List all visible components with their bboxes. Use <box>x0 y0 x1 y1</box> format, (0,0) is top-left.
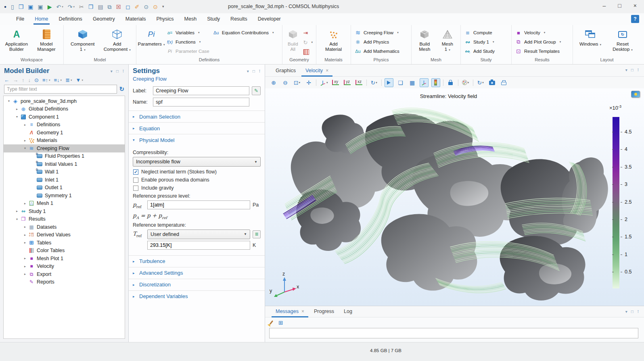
compute-button[interactable]: Compute <box>462 29 496 37</box>
show-axes-icon[interactable] <box>420 78 429 87</box>
section-dependent-variables[interactable]: ▸Dependent Variables <box>129 290 265 302</box>
section-advanced-settings[interactable]: ▸Advanced Settings <box>129 267 265 279</box>
reference-temperature-select[interactable]: User defined▼ <box>147 230 250 239</box>
copy-icon[interactable]: ❐ <box>88 4 94 10</box>
chevron-collapsed-icon[interactable]: ▸ <box>22 225 28 229</box>
panel-pin-icon[interactable]: ⊺ <box>637 309 639 314</box>
tree-item-symmetry-1[interactable]: Symmetry 1 <box>4 192 125 200</box>
run-icon[interactable]: ▶ <box>48 4 52 10</box>
chevron-collapsed-icon[interactable]: ▸ <box>14 209 20 213</box>
temperature-value-input[interactable] <box>147 241 250 250</box>
checkbox-unchecked-icon[interactable] <box>133 177 138 183</box>
open-file-icon[interactable]: ❒ <box>19 4 24 10</box>
clear-messages-icon[interactable] <box>270 319 274 326</box>
compressibility-select[interactable]: Incompressible flow▼ <box>133 157 261 167</box>
view-xy-icon[interactable]: xy <box>331 78 340 87</box>
chevron-collapsed-icon[interactable]: ▸ <box>22 265 28 268</box>
name-input[interactable] <box>153 98 249 106</box>
tree-item-velocity[interactable]: ▸Velocity <box>4 263 125 271</box>
chevron-collapsed-icon[interactable]: ▸ <box>22 241 28 244</box>
messages-output[interactable] <box>269 328 638 338</box>
application-builder-button[interactable]: Application Builder <box>2 27 31 53</box>
find-results-icon[interactable]: ⊙ <box>153 4 158 10</box>
result-templates-button[interactable]: Result Templates <box>513 47 562 55</box>
chevron-expanded-icon[interactable]: ▾ <box>6 99 12 103</box>
back-icon[interactable]: ← <box>4 77 9 83</box>
checkbox-row-include-gravity[interactable]: Include gravity <box>133 185 260 191</box>
print-icon[interactable] <box>500 78 508 87</box>
build-mesh-button[interactable]: Build Mesh <box>414 27 435 53</box>
undo-icon[interactable]: ↶▾ <box>56 4 63 10</box>
close-tab-icon[interactable]: × <box>326 68 328 73</box>
go-to-view-icon[interactable]: ▾ <box>319 78 328 87</box>
section-domain-selection[interactable]: ▸Domain Selection <box>129 111 265 122</box>
tree-filter-input[interactable] <box>4 85 117 94</box>
save-as-icon[interactable]: ▣ <box>38 4 43 10</box>
panel-menu-icon[interactable]: ▾ <box>111 69 113 73</box>
model-tree-node-icon[interactable]: ≣▾ <box>65 77 72 83</box>
tree-item-initial-values-1[interactable]: DInitial Values 1 <box>4 160 125 168</box>
panel-menu-icon[interactable]: ▾ <box>247 69 249 73</box>
reset-desktop-button[interactable]: Reset Desktop <box>608 27 637 53</box>
physics-interface-button[interactable]: Creeping Flow <box>353 29 401 37</box>
study-1-button[interactable]: Study 1 <box>462 38 496 46</box>
chevron-collapsed-icon[interactable]: ▸ <box>22 257 28 260</box>
material-sweep-icon[interactable]: ✐ <box>135 4 140 10</box>
rename-button[interactable]: ✎ <box>252 86 261 95</box>
rebuild-button[interactable] <box>302 38 314 46</box>
close-button[interactable]: × <box>634 2 637 9</box>
tab-messages[interactable]: Messages× <box>271 306 309 317</box>
label-input[interactable] <box>153 86 249 95</box>
panel-float-icon[interactable]: □ <box>116 69 119 73</box>
rotate-view-icon[interactable]: ↻▾ <box>370 78 378 87</box>
tab-graphics[interactable]: Graphics <box>271 65 301 76</box>
panel-float-icon[interactable]: □ <box>253 69 255 73</box>
tree-item-creeping-flow[interactable]: ▾Creeping Flow <box>4 144 125 152</box>
chevron-collapsed-icon[interactable]: ▸ <box>14 107 20 111</box>
add-mathematics-button[interactable]: Add Mathematics <box>353 47 401 55</box>
chevron-collapsed-icon[interactable]: ▸ <box>22 139 28 142</box>
menu-geometry[interactable]: Geometry <box>88 14 120 25</box>
tree-item-geometry-1[interactable]: Geometry 1 <box>4 129 125 137</box>
zoom-in-icon[interactable]: ⊕ <box>269 78 278 87</box>
redo-icon[interactable]: ↷▾ <box>68 4 75 10</box>
snapshot-icon[interactable] <box>488 78 497 87</box>
component-1-button[interactable]: Component 1 <box>68 27 98 53</box>
velocity-plot-button[interactable]: Velocity <box>513 29 562 37</box>
functions-button[interactable]: Functions <box>165 38 211 46</box>
update-plot-icon[interactable]: ↻▾ <box>476 78 485 87</box>
close-tab-icon[interactable]: × <box>301 309 304 314</box>
tree-item-materials[interactable]: ▸Materials <box>4 137 125 145</box>
checkbox-row-enable-porous-media-domains[interactable]: Enable porous media domains <box>133 177 260 183</box>
windows-button[interactable]: Windows <box>577 27 604 48</box>
variables-button[interactable]: Variables <box>165 29 211 37</box>
grid-icon[interactable]: ▦ <box>408 78 417 87</box>
build-all-button[interactable]: Build All <box>284 27 302 53</box>
new-file-icon[interactable]: ▯ <box>11 4 14 10</box>
chevron-expanded-icon[interactable]: ▾ <box>14 115 20 119</box>
tree-item-datasets[interactable]: ▸Datasets <box>4 223 125 231</box>
view-xz-icon[interactable]: xz <box>355 78 364 87</box>
show-icon[interactable]: ⊙ <box>34 77 39 83</box>
duplicate-icon[interactable]: ⧉ <box>108 4 112 10</box>
chevron-collapsed-icon[interactable]: ▸ <box>22 233 28 237</box>
panel-pin-icon[interactable]: ⊺ <box>259 69 261 73</box>
panel-pin-icon[interactable]: ⊺ <box>122 69 124 73</box>
mesh-1-button[interactable]: Mesh 1 <box>437 27 458 53</box>
parameters-button[interactable]: Parameters <box>138 27 165 48</box>
checkbox-row-neglect-inertial-term-stokes-f[interactable]: Neglect inertial term (Stokes flow) <box>133 169 260 175</box>
tree-item-tables[interactable]: ▸Tables <box>4 239 125 247</box>
menu-developer[interactable]: Developer <box>253 14 286 25</box>
table-message-icon[interactable] <box>278 319 283 326</box>
filter-icon[interactable]: ▼▾ <box>76 77 83 83</box>
paste-icon[interactable]: ▤ <box>98 4 103 10</box>
panel-menu-icon[interactable]: ▾ <box>625 68 627 72</box>
refresh-icon[interactable]: ↻ <box>119 86 124 93</box>
chevron-collapsed-icon[interactable]: ▸ <box>22 202 28 205</box>
chevron-collapsed-icon[interactable]: ▸ <box>22 123 28 127</box>
tree-item-derived-values[interactable]: ▸8.85e-12Derived Values <box>4 231 125 239</box>
tree-item-inlet-1[interactable]: Inlet 1 <box>4 176 125 184</box>
menu-mesh[interactable]: Mesh <box>179 14 202 25</box>
graphics-canvas[interactable]: Streamline: Velocity field ×10-3 4.543.5… <box>265 88 644 306</box>
forward-icon[interactable]: → <box>13 77 18 83</box>
